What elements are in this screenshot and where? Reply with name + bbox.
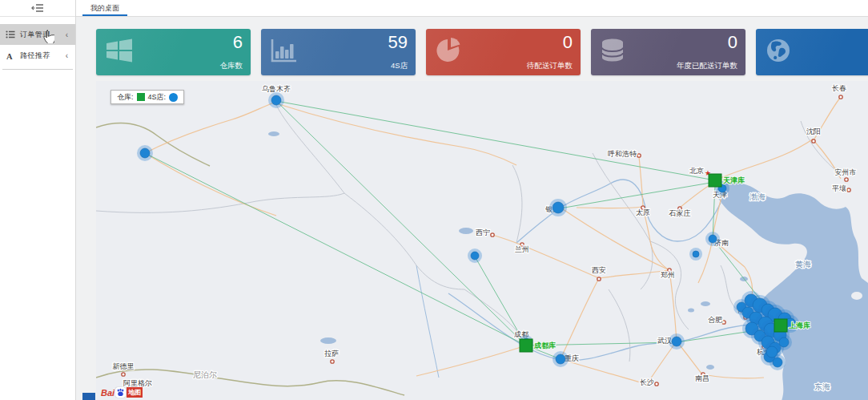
map-canvas: 乌鲁木齐呼和浩特长春沈阳★北京天津石家庄太原银川济南西宁兰州西安郑州合肥南京武汉… xyxy=(96,81,868,400)
warehouse-marker[interactable] xyxy=(520,339,532,352)
city-dot xyxy=(655,382,658,386)
chevron-left-icon: ‹ xyxy=(66,30,68,39)
warehouse-legend-swatch xyxy=(137,93,145,101)
store-marker[interactable] xyxy=(766,346,778,358)
baidu-logo[interactable]: Bai 地图 xyxy=(101,387,143,398)
stat-value: 0 xyxy=(728,33,737,52)
city-dot xyxy=(845,178,848,181)
tab-my-desktop[interactable]: 我的桌面 xyxy=(82,0,127,16)
city-dot xyxy=(491,233,494,236)
map-container[interactable]: 乌鲁木齐呼和浩特长春沈阳★北京天津石家庄太原银川济南西宁兰州西安郑州合肥南京武汉… xyxy=(96,81,868,400)
tab-bar: 我的桌面 xyxy=(76,0,868,17)
map-legend: 仓库: 4S店: xyxy=(111,90,184,104)
city-label: 尼泊尔 xyxy=(193,370,217,379)
stat-label: 仓库数 xyxy=(220,61,243,71)
stat-value: 0 xyxy=(563,33,573,52)
baidu-brand-text: Bai xyxy=(101,388,115,398)
sidebar-item-label: 路径推荐 xyxy=(20,51,66,61)
stat-card-annual-extra[interactable]: 年度已配 xyxy=(756,29,868,75)
sidebar: 订单管理 ‹ A 路径推荐 ‹ xyxy=(0,0,76,400)
legend-store-label: 4S店: xyxy=(148,92,167,103)
stat-value: 59 xyxy=(388,33,408,52)
city-dot xyxy=(839,95,842,99)
stat-card-4s-stores[interactable]: 59 4S店 xyxy=(261,29,416,75)
store-marker[interactable] xyxy=(556,354,565,364)
sidebar-item-route-recommendation[interactable]: A 路径推荐 ‹ xyxy=(0,45,75,66)
globe-icon xyxy=(765,37,792,67)
city-label: 新德里 xyxy=(113,362,135,370)
list-icon xyxy=(6,30,17,38)
warehouse-marker[interactable] xyxy=(774,319,787,332)
sidebar-header xyxy=(0,0,75,17)
database-icon xyxy=(600,38,625,67)
warehouse-marker[interactable] xyxy=(709,174,721,187)
city-label: 渤海 xyxy=(749,192,766,201)
store-marker[interactable] xyxy=(693,251,699,257)
sidebar-divider xyxy=(2,69,73,70)
store-legend-swatch xyxy=(169,93,178,102)
stat-card-annual-delivered-orders[interactable]: 0 年度已配送订单数 xyxy=(591,29,745,75)
store-marker[interactable] xyxy=(672,337,681,346)
city-dot xyxy=(847,188,850,192)
city-label: 西宁 xyxy=(476,228,490,236)
store-marker[interactable] xyxy=(140,148,150,158)
stat-label: 待配送订单数 xyxy=(527,61,573,71)
store-marker[interactable] xyxy=(779,337,789,347)
warehouse-label: 成都库 xyxy=(533,341,556,349)
city-label: 合肥 xyxy=(708,316,723,324)
sidebar-menu: 订单管理 ‹ A 路径推荐 ‹ xyxy=(0,24,75,70)
city-label: 兰州 xyxy=(515,245,529,253)
city-label: 乌鲁木齐 xyxy=(262,85,291,93)
city-dot xyxy=(812,139,815,143)
sidebar-item-label: 订单管理 xyxy=(20,30,66,40)
stat-card-pending-delivery-orders[interactable]: 0 待配送订单数 xyxy=(426,29,581,75)
city-label: 西安 xyxy=(592,266,606,274)
chevron-left-icon: ‹ xyxy=(66,51,68,60)
sidebar-item-order-management[interactable]: 订单管理 ‹ xyxy=(0,24,75,45)
store-marker[interactable] xyxy=(709,235,717,243)
warehouse-label: 天津库 xyxy=(722,176,745,184)
main-area: 我的桌面 6 仓库数 xyxy=(76,0,868,400)
city-label: 黄海 xyxy=(795,260,811,269)
pie-chart-icon xyxy=(435,37,462,67)
city-dot xyxy=(637,154,641,157)
baidu-map-text: 地图 xyxy=(127,387,143,398)
collapse-sidebar-icon[interactable] xyxy=(30,2,45,14)
city-label: 南昌 xyxy=(695,374,709,382)
legend-warehouse-label: 仓库: xyxy=(117,92,134,103)
app-window: 订单管理 ‹ A 路径推荐 ‹ 我的桌面 xyxy=(0,0,868,400)
warehouse-label: 上海库 xyxy=(788,321,810,329)
city-dot xyxy=(122,373,125,376)
bottom-left-chip xyxy=(82,393,95,400)
city-label: 沈阳 xyxy=(806,127,821,135)
stat-label: 年度已配送订单数 xyxy=(677,61,737,71)
svg-text:A: A xyxy=(6,51,13,60)
stat-card-warehouse-count[interactable]: 6 仓库数 xyxy=(96,29,251,75)
city-label: 太原 xyxy=(636,208,650,216)
city-label: 长春 xyxy=(832,84,846,92)
store-marker[interactable] xyxy=(471,252,479,260)
stat-value: 6 xyxy=(233,33,243,52)
city-label: 平壤 xyxy=(832,184,846,192)
tab-label: 我的桌面 xyxy=(90,4,119,12)
stat-label: 4S店 xyxy=(391,61,408,71)
baidu-paw-icon xyxy=(115,387,126,398)
store-marker[interactable] xyxy=(271,95,281,105)
dashboard-content: 6 仓库数 59 4S店 xyxy=(76,17,868,400)
store-marker[interactable] xyxy=(553,202,564,213)
city-label: 东海 xyxy=(814,382,830,391)
windows-icon xyxy=(105,38,134,67)
city-dot xyxy=(331,360,334,363)
city-dot xyxy=(722,321,725,324)
city-dot xyxy=(597,277,601,281)
city-label: 石家庄 xyxy=(669,209,691,217)
city-label: 呼和浩特 xyxy=(608,150,637,158)
city-label: 北京 xyxy=(689,167,704,175)
stat-cards-row: 6 仓库数 59 4S店 xyxy=(96,29,868,75)
city-label: 拉萨 xyxy=(324,349,339,358)
city-label: 阿里格尔 xyxy=(123,379,152,387)
city-label: 长沙 xyxy=(640,378,654,386)
bar-chart-icon xyxy=(270,38,299,67)
city-label: 安州市 xyxy=(835,168,857,176)
font-a-icon: A xyxy=(6,51,17,60)
